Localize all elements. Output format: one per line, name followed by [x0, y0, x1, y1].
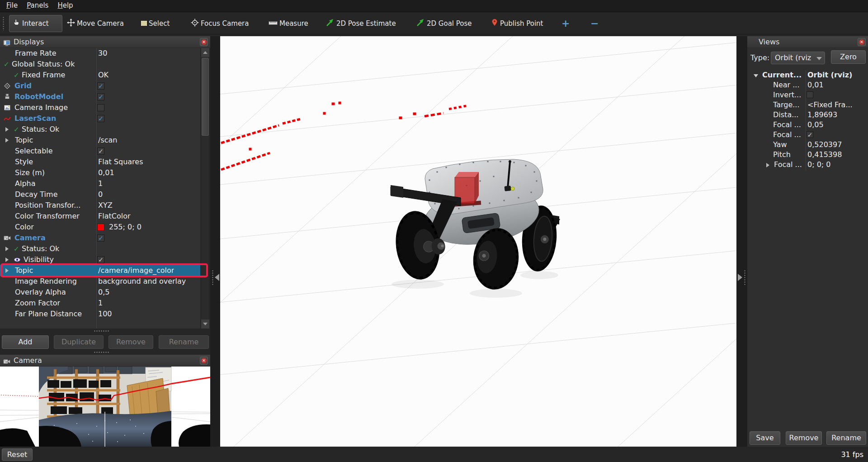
property-value[interactable]: 0,05 — [807, 120, 824, 130]
menu-help[interactable]: Help — [53, 0, 77, 11]
displays-row-color[interactable]: Color255; 0; 0 — [0, 222, 200, 233]
property-value[interactable]: 255; 0; 0 — [109, 222, 142, 233]
views-row-near[interactable]: Near ...0,01 — [747, 80, 868, 90]
select-tool-button[interactable]: Select — [138, 15, 172, 32]
views-row-current[interactable]: Current...Orbit (rviz) — [747, 70, 868, 80]
remove-tool-button[interactable]: − — [588, 15, 601, 32]
property-value[interactable]: XYZ — [98, 200, 113, 211]
save-view-button[interactable]: Save — [750, 431, 780, 445]
scrollbar-thumb[interactable] — [202, 58, 209, 136]
checkbox-checked[interactable] — [97, 148, 104, 155]
checkbox-unchecked[interactable] — [807, 91, 813, 98]
displays-row-color-transformer[interactable]: Color TransformerFlatColor — [0, 211, 200, 222]
property-value[interactable]: 0 — [98, 189, 103, 200]
displays-row-image-rendering[interactable]: Image Renderingbackground and overlay — [0, 276, 200, 287]
scroll-down-button[interactable] — [201, 319, 209, 329]
displays-row-camera[interactable]: Camera — [0, 233, 200, 243]
property-value[interactable]: 0,415398 — [807, 150, 842, 160]
checkbox-checked[interactable] — [97, 256, 104, 263]
property-value[interactable]: OK — [98, 70, 108, 81]
displays-row-status-ok[interactable]: Status: Ok — [0, 124, 200, 135]
views-row-focal[interactable]: Focal ...0,05 — [747, 120, 868, 130]
displays-row-overlay-alpha[interactable]: Overlay Alpha0,5 — [0, 287, 200, 298]
property-value[interactable]: FlatColor — [98, 211, 131, 222]
displays-row-laserscan[interactable]: LaserScan — [0, 113, 200, 124]
property-value[interactable]: Flat Squares — [98, 157, 143, 167]
property-value[interactable]: /scan — [98, 135, 117, 146]
color-swatch[interactable] — [97, 224, 104, 231]
checkbox-unchecked[interactable] — [97, 104, 104, 111]
publish-point-tool-button[interactable]: Publish Point — [488, 15, 546, 32]
collapse-left-arrow-icon[interactable] — [215, 274, 219, 281]
checkbox-checked[interactable] — [807, 131, 813, 138]
displays-row-topic[interactable]: Topic/camera/image_color — [0, 265, 200, 276]
views-row-pitch[interactable]: Pitch0,415398 — [747, 150, 868, 160]
add-display-button[interactable]: Add — [2, 335, 49, 349]
expand-arrow-icon[interactable] — [5, 257, 9, 262]
3d-viewport[interactable] — [220, 36, 736, 447]
property-value[interactable]: background and overlay — [98, 276, 186, 287]
toolbar-drag-handle[interactable] — [2, 16, 5, 31]
zero-button[interactable]: Zero — [831, 50, 866, 64]
splitter-handle[interactable] — [94, 351, 110, 354]
property-value[interactable]: 0,01 — [98, 167, 114, 178]
property-value[interactable]: 1,89693 — [807, 110, 837, 120]
splitter-handle[interactable] — [94, 330, 110, 333]
displays-row-position-transfor[interactable]: Position Transfor...XYZ — [0, 200, 200, 211]
expand-arrow-icon[interactable] — [5, 247, 9, 251]
property-value[interactable]: 0,5 — [98, 287, 109, 298]
left-splitter[interactable] — [210, 36, 220, 447]
right-splitter[interactable] — [736, 36, 747, 447]
expand-arrow-icon[interactable] — [5, 127, 9, 132]
pose-estimate-tool-button[interactable]: 2D Pose Estimate — [323, 15, 399, 32]
displays-row-visibility[interactable]: Visibility — [0, 254, 200, 265]
property-value[interactable]: 30 — [98, 48, 107, 59]
checkbox-checked[interactable] — [97, 115, 104, 122]
property-value[interactable]: 0; 0; 0 — [807, 160, 831, 170]
checkbox-checked[interactable] — [97, 234, 104, 242]
displays-row-frame-rate[interactable]: Frame Rate30 — [0, 48, 200, 59]
rename-display-button[interactable]: Rename — [159, 335, 209, 349]
property-value[interactable]: 0,01 — [807, 80, 824, 90]
focus-camera-tool-button[interactable]: Focus Camera — [188, 15, 251, 32]
views-row-dista[interactable]: Dista...1,89693 — [747, 110, 868, 120]
displays-row-global-status-ok[interactable]: Global Status: Ok — [0, 59, 200, 70]
menu-file[interactable]: File — [2, 0, 22, 11]
displays-row-far-plane-distance[interactable]: Far Plane Distance100 — [0, 309, 200, 319]
checkbox-checked[interactable] — [97, 82, 104, 90]
views-row-focal[interactable]: Focal ... — [747, 130, 868, 140]
displays-row-zoom-factor[interactable]: Zoom Factor1 — [0, 298, 200, 309]
view-type-dropdown[interactable]: Orbit (rviz — [771, 52, 825, 64]
views-row-targe[interactable]: Targe...<Fixed Fra... — [747, 100, 868, 110]
displays-row-style[interactable]: StyleFlat Squares — [0, 157, 200, 167]
property-value[interactable]: 0,520397 — [807, 140, 842, 150]
displays-row-camera-image[interactable]: Camera Image — [0, 102, 200, 113]
displays-row-fixed-frame[interactable]: Fixed FrameOK — [0, 70, 200, 81]
remove-view-button[interactable]: Remove — [786, 431, 822, 445]
add-tool-button[interactable]: + — [559, 15, 572, 32]
property-value[interactable]: /camera/image_color — [98, 265, 174, 276]
property-value[interactable]: Orbit (rviz) — [807, 70, 852, 80]
views-row-yaw[interactable]: Yaw0,520397 — [747, 140, 868, 150]
move-camera-tool-button[interactable]: Move Camera — [64, 15, 127, 32]
camera-close-button[interactable] — [200, 357, 208, 365]
measure-tool-button[interactable]: Measure — [266, 15, 311, 32]
duplicate-display-button[interactable]: Duplicate — [54, 335, 104, 349]
displays-row-size-m[interactable]: Size (m)0,01 — [0, 167, 200, 178]
views-row-focal[interactable]: Focal ...0; 0; 0 — [747, 160, 868, 170]
scroll-up-button[interactable] — [201, 48, 209, 57]
menu-panels[interactable]: Panels — [22, 0, 53, 11]
views-row-invert[interactable]: Invert... — [747, 90, 868, 100]
goal-pose-tool-button[interactable]: 2D Goal Pose — [413, 15, 475, 32]
displays-row-alpha[interactable]: Alpha1 — [0, 178, 200, 189]
reset-button[interactable]: Reset — [2, 448, 33, 461]
rename-view-button[interactable]: Rename — [826, 431, 866, 445]
displays-row-status-ok[interactable]: Status: Ok — [0, 243, 200, 254]
checkbox-checked[interactable] — [97, 93, 104, 100]
views-close-button[interactable] — [858, 38, 866, 46]
displays-close-button[interactable] — [200, 38, 208, 46]
remove-display-button[interactable]: Remove — [108, 335, 153, 349]
property-value[interactable]: <Fixed Fra... — [807, 100, 853, 110]
expand-arrow-icon[interactable] — [766, 163, 769, 167]
collapse-arrow-icon[interactable] — [754, 74, 758, 77]
